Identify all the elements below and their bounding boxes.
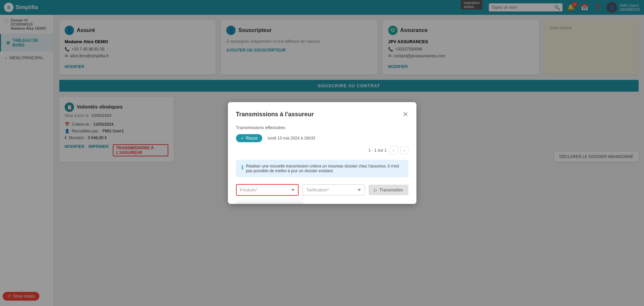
transmettre-button[interactable]: ▷ Transmettre bbox=[369, 185, 408, 195]
transmissions-modal: Transmissions à l'assureur ✕ Transmissio… bbox=[228, 102, 416, 204]
modal-form: Produits* Funéplus Tranquillité Funéris … bbox=[236, 184, 408, 196]
modal-header: Transmissions à l'assureur ✕ bbox=[236, 110, 408, 118]
transmissions-label: Transmissions effectuées bbox=[236, 125, 408, 130]
received-label: Reçue bbox=[246, 136, 258, 141]
info-icon: ℹ bbox=[241, 164, 243, 171]
product-dropdown-menu: Funéplus Tranquillité Funéris Pack'Obsèq… bbox=[236, 202, 303, 204]
modal-close-button[interactable]: ✕ bbox=[403, 110, 408, 118]
info-text: Réaliser une nouvelle transmission créer… bbox=[246, 164, 403, 173]
received-badge: ✓ Reçue bbox=[236, 134, 263, 142]
tarification-select[interactable]: Tarification* bbox=[303, 184, 365, 195]
product-select[interactable]: Produits* Funéplus Tranquillité Funéris … bbox=[236, 184, 299, 196]
modal-form-wrapper: Produits* Funéplus Tranquillité Funéris … bbox=[236, 184, 408, 196]
transmission-item: ✓ Reçue lundi 13 mai 2024 à 16h33 bbox=[236, 134, 408, 142]
dropdown-item-1[interactable]: Funéplus Tranquillité bbox=[236, 202, 303, 204]
transmettre-label: Transmettre bbox=[379, 187, 403, 192]
pagination-prev-button[interactable]: ‹ bbox=[389, 146, 398, 154]
info-box: ℹ Réaliser une nouvelle transmission cré… bbox=[236, 160, 408, 177]
modal-title: Transmissions à l'assureur bbox=[236, 111, 314, 118]
transmission-date: lundi 13 mai 2024 à 16h33 bbox=[268, 136, 315, 141]
pagination: 1 - 1 sur 1 ‹ › bbox=[236, 146, 408, 154]
send-icon: ▷ bbox=[374, 187, 377, 192]
check-icon: ✓ bbox=[241, 136, 244, 141]
modal-overlay: Transmissions à l'assureur ✕ Transmissio… bbox=[0, 0, 644, 306]
pagination-info: 1 - 1 sur 1 bbox=[368, 148, 386, 153]
pagination-next-button[interactable]: › bbox=[400, 146, 408, 154]
